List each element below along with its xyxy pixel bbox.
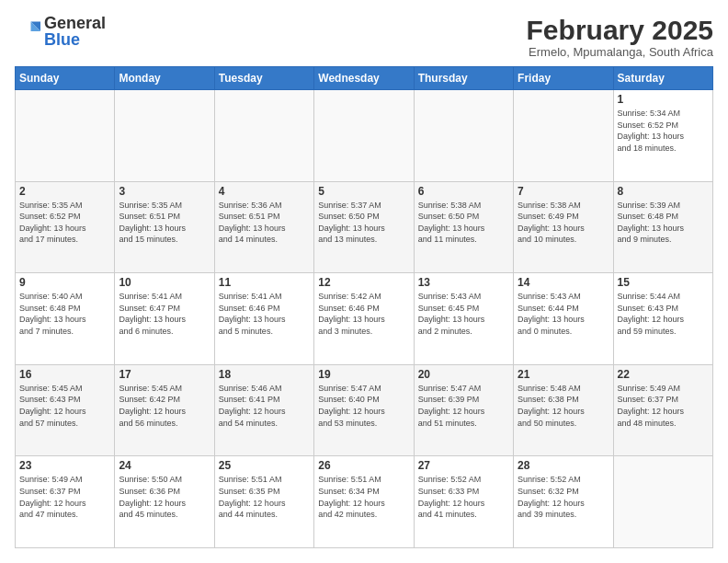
day-info: Sunrise: 5:47 AM Sunset: 6:39 PM Dayligh… (418, 383, 509, 429)
day-info: Sunrise: 5:52 AM Sunset: 6:32 PM Dayligh… (518, 474, 609, 520)
calendar-day-cell: 18Sunrise: 5:46 AM Sunset: 6:41 PM Dayli… (214, 364, 313, 456)
day-info: Sunrise: 5:39 AM Sunset: 6:48 PM Dayligh… (618, 200, 709, 246)
day-number: 18 (219, 368, 310, 381)
day-number: 17 (119, 368, 210, 381)
calendar-day-cell: 15Sunrise: 5:44 AM Sunset: 6:43 PM Dayli… (613, 273, 712, 365)
day-number: 20 (418, 368, 509, 381)
day-info: Sunrise: 5:35 AM Sunset: 6:52 PM Dayligh… (19, 200, 110, 246)
logo-icon (15, 18, 40, 44)
day-number: 11 (219, 276, 310, 289)
calendar-day-cell: 19Sunrise: 5:47 AM Sunset: 6:40 PM Dayli… (314, 364, 414, 456)
day-info: Sunrise: 5:49 AM Sunset: 6:37 PM Dayligh… (618, 383, 709, 429)
day-number: 12 (318, 276, 409, 289)
calendar-day-cell: 5Sunrise: 5:37 AM Sunset: 6:50 PM Daylig… (314, 181, 414, 273)
day-number: 25 (219, 459, 310, 472)
calendar-day-cell: 7Sunrise: 5:38 AM Sunset: 6:49 PM Daylig… (514, 181, 613, 273)
day-number: 5 (318, 185, 409, 198)
day-info: Sunrise: 5:52 AM Sunset: 6:33 PM Dayligh… (418, 474, 509, 520)
calendar-week-row: 1Sunrise: 5:34 AM Sunset: 6:52 PM Daylig… (16, 90, 713, 182)
day-number: 14 (518, 276, 609, 289)
day-number: 1 (618, 93, 709, 106)
day-number: 9 (19, 276, 110, 289)
calendar-day-cell (514, 90, 613, 182)
day-info: Sunrise: 5:36 AM Sunset: 6:51 PM Dayligh… (219, 200, 310, 246)
calendar-day-cell: 21Sunrise: 5:48 AM Sunset: 6:38 PM Dayli… (514, 364, 613, 456)
calendar-day-cell: 27Sunrise: 5:52 AM Sunset: 6:33 PM Dayli… (414, 456, 513, 548)
calendar-day-cell (115, 90, 214, 182)
location-subtitle: Ermelo, Mpumalanga, South Africa (527, 45, 713, 59)
page: General Blue February 2025 Ermelo, Mpuma… (0, 0, 728, 563)
calendar-week-row: 2Sunrise: 5:35 AM Sunset: 6:52 PM Daylig… (16, 181, 713, 273)
calendar-day-cell: 20Sunrise: 5:47 AM Sunset: 6:39 PM Dayli… (414, 364, 513, 456)
calendar-day-cell: 16Sunrise: 5:45 AM Sunset: 6:43 PM Dayli… (16, 364, 115, 456)
day-info: Sunrise: 5:41 AM Sunset: 6:46 PM Dayligh… (219, 291, 310, 337)
calendar-day-cell: 9Sunrise: 5:40 AM Sunset: 6:48 PM Daylig… (16, 273, 115, 365)
calendar-day-cell (613, 456, 712, 548)
day-info: Sunrise: 5:46 AM Sunset: 6:41 PM Dayligh… (219, 383, 310, 429)
day-number: 24 (119, 459, 210, 472)
day-info: Sunrise: 5:45 AM Sunset: 6:43 PM Dayligh… (19, 383, 110, 429)
calendar-day-cell: 14Sunrise: 5:43 AM Sunset: 6:44 PM Dayli… (514, 273, 613, 365)
calendar-week-row: 23Sunrise: 5:49 AM Sunset: 6:37 PM Dayli… (16, 456, 713, 548)
calendar-header-row: SundayMondayTuesdayWednesdayThursdayFrid… (16, 67, 713, 90)
weekday-header: Friday (514, 67, 613, 90)
calendar-week-row: 16Sunrise: 5:45 AM Sunset: 6:43 PM Dayli… (16, 364, 713, 456)
calendar-day-cell: 8Sunrise: 5:39 AM Sunset: 6:48 PM Daylig… (613, 181, 712, 273)
calendar-day-cell: 1Sunrise: 5:34 AM Sunset: 6:52 PM Daylig… (613, 90, 712, 182)
day-number: 16 (19, 368, 110, 381)
header: General Blue February 2025 Ermelo, Mpuma… (15, 15, 713, 59)
day-number: 15 (618, 276, 709, 289)
day-info: Sunrise: 5:40 AM Sunset: 6:48 PM Dayligh… (19, 291, 110, 337)
calendar-day-cell: 26Sunrise: 5:51 AM Sunset: 6:34 PM Dayli… (314, 456, 414, 548)
calendar-day-cell: 11Sunrise: 5:41 AM Sunset: 6:46 PM Dayli… (214, 273, 313, 365)
calendar-day-cell: 13Sunrise: 5:43 AM Sunset: 6:45 PM Dayli… (414, 273, 513, 365)
day-number: 26 (318, 459, 409, 472)
weekday-header: Saturday (613, 67, 712, 90)
weekday-header: Thursday (414, 67, 513, 90)
weekday-header: Tuesday (214, 67, 313, 90)
day-info: Sunrise: 5:34 AM Sunset: 6:52 PM Dayligh… (618, 108, 709, 154)
month-title: February 2025 (527, 15, 713, 45)
calendar-day-cell: 4Sunrise: 5:36 AM Sunset: 6:51 PM Daylig… (214, 181, 313, 273)
day-info: Sunrise: 5:35 AM Sunset: 6:51 PM Dayligh… (119, 200, 210, 246)
calendar-day-cell (314, 90, 414, 182)
calendar-day-cell: 23Sunrise: 5:49 AM Sunset: 6:37 PM Dayli… (16, 456, 115, 548)
day-info: Sunrise: 5:41 AM Sunset: 6:47 PM Dayligh… (119, 291, 210, 337)
logo-blue: Blue (44, 30, 80, 49)
calendar-day-cell: 25Sunrise: 5:51 AM Sunset: 6:35 PM Dayli… (214, 456, 313, 548)
logo-text: General Blue (44, 15, 106, 48)
day-number: 4 (219, 185, 310, 198)
day-number: 7 (518, 185, 609, 198)
day-number: 13 (418, 276, 509, 289)
day-number: 23 (19, 459, 110, 472)
day-info: Sunrise: 5:43 AM Sunset: 6:45 PM Dayligh… (418, 291, 509, 337)
calendar-day-cell: 28Sunrise: 5:52 AM Sunset: 6:32 PM Dayli… (514, 456, 613, 548)
day-info: Sunrise: 5:42 AM Sunset: 6:46 PM Dayligh… (318, 291, 409, 337)
calendar-day-cell: 10Sunrise: 5:41 AM Sunset: 6:47 PM Dayli… (115, 273, 214, 365)
day-info: Sunrise: 5:51 AM Sunset: 6:34 PM Dayligh… (318, 474, 409, 520)
day-info: Sunrise: 5:49 AM Sunset: 6:37 PM Dayligh… (19, 474, 110, 520)
logo: General Blue (15, 15, 106, 48)
calendar-day-cell: 3Sunrise: 5:35 AM Sunset: 6:51 PM Daylig… (115, 181, 214, 273)
calendar-day-cell (414, 90, 513, 182)
day-info: Sunrise: 5:43 AM Sunset: 6:44 PM Dayligh… (518, 291, 609, 337)
day-number: 3 (119, 185, 210, 198)
weekday-header: Sunday (16, 67, 115, 90)
logo-general: General (44, 14, 106, 32)
day-number: 28 (518, 459, 609, 472)
day-info: Sunrise: 5:50 AM Sunset: 6:36 PM Dayligh… (119, 474, 210, 520)
calendar-day-cell: 2Sunrise: 5:35 AM Sunset: 6:52 PM Daylig… (16, 181, 115, 273)
day-info: Sunrise: 5:38 AM Sunset: 6:50 PM Dayligh… (418, 200, 509, 246)
day-info: Sunrise: 5:48 AM Sunset: 6:38 PM Dayligh… (518, 383, 609, 429)
weekday-header: Monday (115, 67, 214, 90)
calendar-day-cell: 22Sunrise: 5:49 AM Sunset: 6:37 PM Dayli… (613, 364, 712, 456)
day-number: 8 (618, 185, 709, 198)
title-block: February 2025 Ermelo, Mpumalanga, South … (527, 15, 713, 59)
day-number: 6 (418, 185, 509, 198)
day-number: 2 (19, 185, 110, 198)
day-number: 27 (418, 459, 509, 472)
calendar-day-cell: 12Sunrise: 5:42 AM Sunset: 6:46 PM Dayli… (314, 273, 414, 365)
day-number: 19 (318, 368, 409, 381)
day-info: Sunrise: 5:47 AM Sunset: 6:40 PM Dayligh… (318, 383, 409, 429)
calendar-week-row: 9Sunrise: 5:40 AM Sunset: 6:48 PM Daylig… (16, 273, 713, 365)
